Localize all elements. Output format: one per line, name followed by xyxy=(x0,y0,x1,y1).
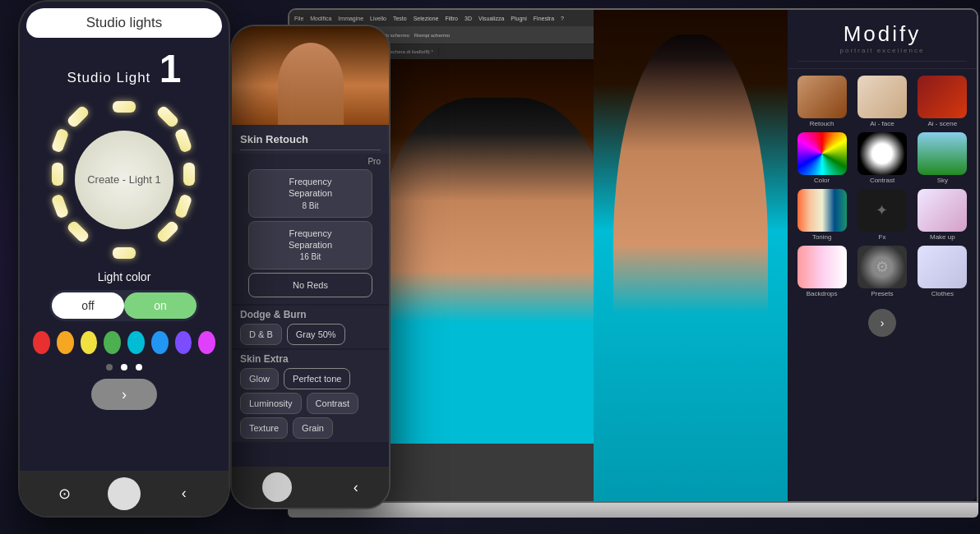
d-and-b-btn[interactable]: D & B xyxy=(240,324,282,345)
portrait-top-area xyxy=(232,26,389,125)
modify-item-ai-face[interactable]: Ai - face xyxy=(854,76,909,127)
modify-header: Modify portrait excellence xyxy=(788,10,977,69)
dot-1 xyxy=(106,364,113,371)
modify-item-fx[interactable]: ✦ Fx xyxy=(854,189,909,241)
dodge-burn-row: D & B Gray 50% xyxy=(240,324,381,345)
swatch-purple[interactable] xyxy=(175,331,192,354)
dot-2 xyxy=(121,364,127,371)
toggle-off-button[interactable]: off xyxy=(52,292,124,319)
woman-portrait xyxy=(381,98,594,444)
skin-extra-row2: Luminosity Contrast xyxy=(240,393,381,414)
menu-plugins[interactable]: Plugni xyxy=(511,16,526,21)
modify-item-sky[interactable]: Sky xyxy=(915,132,970,184)
label-sky: Sky xyxy=(937,177,948,184)
modify-next-btn[interactable]: › xyxy=(868,309,896,337)
menu-view[interactable]: Visualizza xyxy=(478,16,504,21)
modify-item-ai-scene[interactable]: Ai - scene xyxy=(915,76,970,127)
gray50-btn[interactable]: Gray 50% xyxy=(287,324,345,345)
middle-bottom-circle[interactable] xyxy=(262,472,292,502)
freq-sep-16bit-btn[interactable]: FrequencySeparation16 Bit xyxy=(248,221,372,269)
menu-file[interactable]: File xyxy=(294,16,303,21)
ring-light-l1 xyxy=(51,127,70,153)
freq-sep-8bit-btn[interactable]: FrequencySeparation8 Bit xyxy=(248,169,372,218)
menu-window[interactable]: Finestra xyxy=(534,16,554,21)
modify-logo-divider xyxy=(797,61,967,62)
studio-lights-title: Studio lights xyxy=(86,15,163,30)
phone-middle: Skin Retouch Pro FrequencySeparation8 Bi… xyxy=(230,25,391,509)
portrait-silhouette xyxy=(278,43,344,125)
phone-bottom-bar: ⊙ ‹ xyxy=(20,471,229,516)
texture-btn[interactable]: Texture xyxy=(240,417,288,439)
no-reds-btn[interactable]: No Reds xyxy=(248,273,372,297)
freq-sep-16bit-label: FrequencySeparation16 Bit xyxy=(289,228,332,262)
thumb-retouch xyxy=(797,76,847,118)
modify-app-panel: Modify portrait excellence Retouch Ai - … xyxy=(788,10,977,501)
swatch-orange[interactable] xyxy=(57,331,74,354)
ps-menubar: File Modifica Immagine Livello Testo Sel… xyxy=(289,10,594,26)
skin-extra-row3: Texture Grain xyxy=(240,417,381,439)
ring-center-text: Create - Light 1 xyxy=(87,173,161,187)
menu-3d[interactable]: 3D xyxy=(465,16,472,21)
modify-item-toning[interactable]: Toning xyxy=(794,189,849,241)
ring-light-l2 xyxy=(51,193,70,219)
label-retouch: Retouch xyxy=(810,120,834,127)
label-fx: Fx xyxy=(879,233,886,241)
ring-light-bottom xyxy=(113,247,136,259)
swatch-green[interactable] xyxy=(104,331,121,354)
skin-extra-row1: Glow Perfect tone xyxy=(240,368,381,389)
ring-light-top-left xyxy=(66,104,90,129)
label-clothes: Clothes xyxy=(931,290,954,297)
modify-item-backdrops[interactable]: Backdrops xyxy=(794,246,849,297)
thumb-ai-scene xyxy=(918,76,967,118)
modify-item-makeup[interactable]: Make up xyxy=(915,189,970,241)
pro-label: Pro xyxy=(240,157,381,166)
label-ai-face: Ai - face xyxy=(870,120,894,127)
modify-item-color[interactable]: Color xyxy=(794,132,849,184)
contrast-btn[interactable]: Contrast xyxy=(307,393,359,414)
ring-center[interactable]: Create - Light 1 xyxy=(75,131,173,229)
studio-light-label: Studio Light xyxy=(67,70,151,85)
ring-light-r1 xyxy=(174,127,193,153)
thumb-color xyxy=(797,132,847,175)
woman-silhouette-main xyxy=(613,35,769,501)
camera-icon[interactable]: ⊙ xyxy=(51,481,77,507)
menu-filter[interactable]: Filtro xyxy=(445,16,458,21)
swatch-red[interactable] xyxy=(33,331,50,354)
glow-btn[interactable]: Glow xyxy=(240,368,279,389)
grain-btn[interactable]: Grain xyxy=(293,417,333,439)
menu-image[interactable]: Immagine xyxy=(338,16,363,21)
options-fullscreen: Riempi schermo xyxy=(414,33,450,38)
toggle-on-button[interactable]: on xyxy=(124,292,196,319)
menu-edit[interactable]: Modifica xyxy=(310,16,331,21)
menu-select[interactable]: Selezione xyxy=(414,16,439,21)
nav-next-button[interactable]: › xyxy=(91,379,157,410)
modify-item-retouch[interactable]: Retouch xyxy=(794,76,849,127)
middle-back-arrow[interactable]: ‹ xyxy=(354,479,358,496)
modify-item-clothes[interactable]: Clothes xyxy=(915,246,970,297)
thumb-presets: ⚙ xyxy=(858,246,907,288)
back-arrow-icon[interactable]: ‹ xyxy=(171,481,197,507)
page-dots xyxy=(20,364,229,371)
dodge-burn-label: Dodge & Burn xyxy=(240,309,381,320)
modify-item-presets[interactable]: ⚙ Presets xyxy=(854,246,909,297)
thumb-makeup xyxy=(918,189,967,232)
luminosity-btn[interactable]: Luminosity xyxy=(240,393,302,414)
modify-item-contrast[interactable]: Contrast xyxy=(854,132,909,184)
phone-left: Studio lights Studio Light 1 Create - Li… xyxy=(18,0,230,518)
swatch-cyan[interactable] xyxy=(127,331,145,354)
swatch-pink[interactable] xyxy=(198,331,215,354)
ring-light-bottom-left xyxy=(66,219,90,244)
label-contrast: Contrast xyxy=(870,177,894,184)
thumb-clothes xyxy=(918,246,967,288)
capture-button[interactable] xyxy=(108,477,141,510)
swatch-blue[interactable] xyxy=(151,331,169,354)
ring-light-r2 xyxy=(174,193,193,219)
perfect-tone-btn[interactable]: Perfect tone xyxy=(284,368,350,389)
ring-light-top-right xyxy=(155,104,180,129)
swatch-yellow[interactable] xyxy=(81,331,98,354)
modify-grid: Retouch Ai - face Ai - scene Color xyxy=(788,69,977,304)
menu-type[interactable]: Testo xyxy=(393,16,407,21)
thumb-backdrops xyxy=(797,246,847,288)
menu-layer[interactable]: Livello xyxy=(370,16,386,21)
menu-help[interactable]: ? xyxy=(561,16,564,21)
